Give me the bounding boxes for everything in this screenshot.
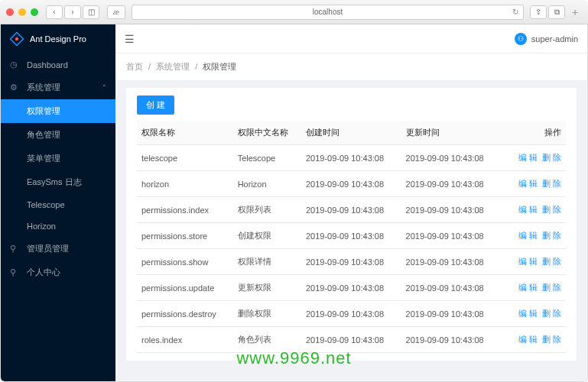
tabs-icon[interactable]: ⧉ [548,5,565,19]
edit-link[interactable]: 编 辑 [518,205,538,214]
edit-link[interactable]: 编 辑 [518,335,538,344]
cell-created: 2019-09-09 10:43:08 [301,327,401,353]
chevron-up-icon: ˄ [102,84,106,92]
delete-link[interactable]: 删 除 [542,205,561,214]
th-cn-name: 权限中文名称 [233,121,301,145]
edit-link[interactable]: 编 辑 [518,179,538,188]
sidebar-label: 系统管理 [27,82,60,93]
cell-updated: 2019-09-09 10:43:08 [401,327,502,353]
create-button[interactable]: 创 建 [137,96,174,115]
cell-updated: 2019-09-09 10:43:08 [401,197,502,223]
sidebar-item-telescope[interactable]: Telescope [1,194,115,215]
menu-collapse-icon[interactable]: ☰ [125,33,135,45]
nav-buttons: ‹ › ◫ [46,5,99,19]
sidebar-item-admin[interactable]: ⚲ 管理员管理 [1,237,115,261]
traffic-lights [6,8,38,16]
username: super-admin [531,34,578,44]
header-bar: ☰ ⚇ super-admin [115,24,587,53]
cell-actions: 编 辑删 除 [501,171,566,197]
refresh-icon[interactable]: ↻ [512,8,518,16]
breadcrumb-home[interactable]: 首页 [126,62,143,71]
cell-name: permissions.destroy [137,301,233,327]
cell-actions: 编 辑删 除 [501,275,566,301]
maximize-window-icon[interactable] [31,8,38,16]
cell-cn: 权限列表 [233,197,301,223]
card: 创 建 权限名称 权限中文名称 创建时间 更新时间 操作 telescopeTe… [126,88,577,361]
breadcrumb-system[interactable]: 系统管理 [156,62,190,71]
breadcrumb-current: 权限管理 [203,62,236,71]
cell-updated: 2019-09-09 10:43:08 [401,171,502,197]
extension-icon[interactable]: æ [107,5,125,19]
user-icon: ⚲ [10,267,21,277]
delete-link[interactable]: 删 除 [542,309,561,318]
cell-name: telescope [137,145,233,171]
delete-link[interactable]: 删 除 [542,283,561,292]
sidebar-item-role[interactable]: 角色管理 [1,123,115,147]
cell-created: 2019-09-09 10:43:08 [301,275,401,301]
cell-updated: 2019-09-09 10:43:08 [401,301,502,327]
edit-link[interactable]: 编 辑 [518,231,538,240]
table-row: permissions.destroy删除权限2019-09-09 10:43:… [137,301,566,327]
sidebar-item-horizon[interactable]: Horizon [1,215,115,237]
content-wrap: 创 建 权限名称 权限中文名称 创建时间 更新时间 操作 telescopeTe… [115,80,587,381]
url-text: localhost [313,8,343,16]
gear-icon: ⚙ [10,83,21,92]
back-button[interactable]: ‹ [46,5,63,19]
minimize-window-icon[interactable] [18,8,26,16]
sidebar-item-permission[interactable]: 权限管理 [1,99,115,123]
table-row: horizonHorizon2019-09-09 10:43:082019-09… [137,171,566,197]
url-bar[interactable]: localhost ↻ [132,5,524,20]
edit-link[interactable]: 编 辑 [518,153,538,162]
delete-link[interactable]: 删 除 [542,179,561,188]
cell-cn: 创建权限 [233,223,301,249]
th-action: 操作 [501,121,566,145]
delete-link[interactable]: 删 除 [542,257,561,266]
forward-button[interactable]: › [64,5,81,19]
logo-row[interactable]: Ant Design Pro [1,24,115,53]
new-tab-button[interactable]: + [568,5,582,19]
cell-actions: 编 辑删 除 [501,145,566,171]
delete-link[interactable]: 删 除 [542,231,561,240]
sidebar-item-easysms[interactable]: EasySms 日志 [1,170,115,194]
app-container: Ant Design Pro ◷ Dashboard ⚙ 系统管理 ˄ 权限管理… [0,24,588,382]
breadcrumb: 首页 / 系统管理 / 权限管理 [115,53,587,80]
cell-actions: 编 辑删 除 [501,197,566,223]
user-icon: ⚲ [10,244,21,254]
cell-name: permissions.store [137,223,233,249]
cell-updated: 2019-09-09 10:43:08 [401,275,502,301]
table-row: telescopeTelescope2019-09-09 10:43:08201… [137,145,566,171]
share-icon[interactable]: ⇪ [530,5,547,19]
edit-link[interactable]: 编 辑 [518,309,538,318]
sidebar-item-personal[interactable]: ⚲ 个人中心 [1,261,115,284]
cell-name: permissions.update [137,275,233,301]
sidebar-item-system[interactable]: ⚙ 系统管理 ˄ [1,76,115,99]
permissions-table: 权限名称 权限中文名称 创建时间 更新时间 操作 telescopeTelesc… [137,121,566,353]
th-created: 创建时间 [301,121,401,145]
cell-name: permissions.index [137,197,233,223]
cell-cn: 角色列表 [233,327,301,353]
cell-updated: 2019-09-09 10:43:08 [401,223,502,249]
cell-created: 2019-09-09 10:43:08 [301,171,401,197]
edit-link[interactable]: 编 辑 [518,283,538,292]
sidebar-label: 个人中心 [27,267,60,278]
cell-actions: 编 辑删 除 [501,223,566,249]
delete-link[interactable]: 删 除 [542,335,561,344]
cell-cn: 删除权限 [233,301,301,327]
close-window-icon[interactable] [6,8,14,16]
user-area[interactable]: ⚇ super-admin [515,33,578,45]
table-row: permissions.show权限详情2019-09-09 10:43:082… [137,249,566,275]
delete-link[interactable]: 删 除 [542,153,561,162]
table-row: permissions.update更新权限2019-09-09 10:43:0… [137,275,566,301]
sidebar-item-menu[interactable]: 菜单管理 [1,147,115,170]
th-name: 权限名称 [137,121,233,145]
svg-point-1 [15,37,19,41]
sidebar-item-dashboard[interactable]: ◷ Dashboard [1,53,115,76]
cell-actions: 编 辑删 除 [501,249,566,275]
cell-actions: 编 辑删 除 [501,301,566,327]
sidebar-toggle-icon[interactable]: ◫ [83,5,99,19]
breadcrumb-sep: / [148,62,151,71]
sidebar: Ant Design Pro ◷ Dashboard ⚙ 系统管理 ˄ 权限管理… [1,24,115,381]
cell-name: roles.index [137,327,233,353]
edit-link[interactable]: 编 辑 [518,257,538,266]
cell-updated: 2019-09-09 10:43:08 [401,145,502,171]
